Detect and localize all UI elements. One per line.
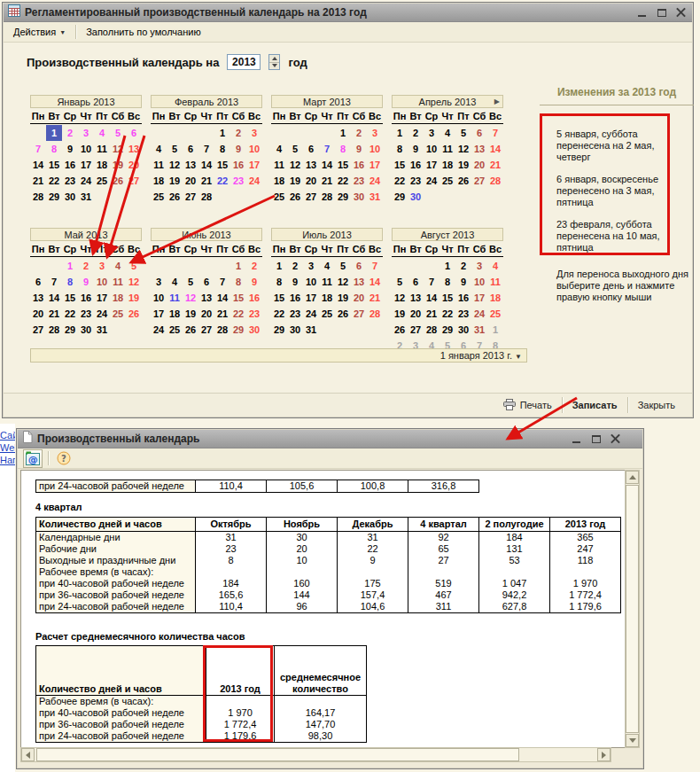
day-cell[interactable]: 31 [94, 322, 110, 338]
spin-down-icon[interactable] [269, 63, 279, 70]
next-month-icon[interactable]: ▶ [494, 97, 500, 105]
day-cell[interactable]: 30 [408, 189, 424, 205]
day-cell[interactable]: 2 [351, 125, 367, 141]
day-cell[interactable]: 7 [46, 274, 62, 290]
scroll-up-icon[interactable] [626, 471, 639, 484]
day-cell[interactable]: 21 [319, 173, 335, 189]
horizontal-scroll-thumb[interactable] [36, 748, 519, 761]
day-cell[interactable]: 18 [110, 290, 126, 306]
day-cell[interactable]: 1 [392, 125, 408, 141]
minimize-button[interactable] [635, 6, 649, 19]
day-cell[interactable]: 19 [110, 157, 126, 173]
day-cell[interactable]: 6 [30, 274, 46, 290]
day-cell[interactable]: 23 [408, 173, 424, 189]
day-cell[interactable]: 10 [94, 274, 110, 290]
date-dropdown-icon[interactable]: ▼ [515, 353, 522, 361]
day-cell[interactable]: 12 [126, 274, 142, 290]
day-cell[interactable]: 26 [183, 322, 198, 338]
day-cell[interactable]: 10 [424, 141, 439, 157]
day-cell[interactable]: 19 [287, 173, 303, 189]
day-cell[interactable]: 28 [30, 189, 46, 205]
day-cell[interactable]: 17 [471, 290, 487, 306]
actions-menu[interactable]: Действия ▼ [9, 25, 70, 39]
day-cell[interactable]: 16 [230, 157, 246, 173]
day-cell[interactable]: 7 [214, 274, 230, 290]
day-cell[interactable]: 11 [487, 274, 503, 290]
day-cell[interactable]: 22 [439, 306, 455, 322]
day-cell[interactable]: 5 [335, 258, 351, 274]
day-cell[interactable]: 1 [487, 322, 503, 338]
day-cell[interactable]: 24 [78, 173, 94, 189]
day-cell[interactable]: 22 [230, 306, 246, 322]
day-cell[interactable]: 21 [424, 306, 439, 322]
day-cell[interactable]: 3 [151, 274, 167, 290]
day-cell[interactable]: 12 [167, 157, 183, 173]
day-cell[interactable]: 8 [335, 141, 351, 157]
day-cell[interactable]: 8 [214, 141, 230, 157]
day-cell[interactable]: 15 [214, 157, 230, 173]
day-cell[interactable]: 4 [271, 141, 287, 157]
day-cell[interactable]: 31 [78, 189, 94, 205]
day-cell[interactable]: 4 [94, 125, 110, 141]
year-input[interactable]: 2013 [227, 54, 261, 70]
day-cell[interactable]: 13 [198, 290, 214, 306]
day-cell[interactable]: 19 [167, 173, 183, 189]
day-cell[interactable]: 4 [319, 258, 335, 274]
day-cell[interactable]: 17 [367, 157, 383, 173]
day-cell[interactable]: 22 [392, 173, 408, 189]
day-cell[interactable]: 26 [167, 189, 183, 205]
day-cell[interactable]: 20 [30, 306, 46, 322]
day-cell[interactable]: 24 [471, 306, 487, 322]
day-cell[interactable]: 4 [110, 258, 126, 274]
day-cell[interactable]: 17 [424, 157, 439, 173]
day-cell[interactable]: 28 [214, 322, 230, 338]
vertical-scroll-thumb[interactable] [626, 485, 639, 733]
day-cell[interactable]: 6 [183, 141, 198, 157]
day-cell[interactable]: 5 [455, 125, 471, 141]
day-cell[interactable]: 5 [110, 125, 126, 141]
day-cell[interactable]: 28 [198, 189, 214, 205]
day-cell[interactable]: 4 [439, 125, 455, 141]
day-cell[interactable]: 20 [126, 157, 142, 173]
day-cell[interactable]: 24 [424, 173, 439, 189]
day-cell[interactable]: 31 [471, 322, 487, 338]
day-cell[interactable]: 13 [351, 274, 367, 290]
day-cell[interactable]: 3 [78, 125, 94, 141]
day-cell[interactable]: 6 [126, 125, 142, 141]
day-cell[interactable]: 25 [487, 306, 503, 322]
day-cell[interactable]: 7 [198, 141, 214, 157]
day-cell[interactable]: 1 [335, 125, 351, 141]
day-cell[interactable]: 29 [335, 189, 351, 205]
day-cell[interactable]: 6 [471, 125, 487, 141]
day-cell[interactable]: 3 [424, 125, 439, 141]
day-cell[interactable]: 8 [392, 141, 408, 157]
day-cell[interactable]: 12 [287, 157, 303, 173]
fill-default-button[interactable]: Заполнить по умолчанию [82, 25, 206, 39]
day-cell[interactable]: 5 [167, 141, 183, 157]
day-cell[interactable]: 14 [214, 290, 230, 306]
day-cell[interactable]: 19 [183, 306, 198, 322]
day-cell[interactable]: 14 [424, 290, 439, 306]
scroll-right-icon[interactable] [597, 748, 611, 761]
day-cell[interactable]: 14 [30, 157, 46, 173]
day-cell[interactable]: 29 [439, 322, 455, 338]
day-cell[interactable]: 8 [62, 274, 78, 290]
day-cell[interactable]: 8 [46, 141, 62, 157]
day-cell[interactable]: 31 [303, 322, 319, 338]
day-cell[interactable]: 16 [246, 290, 262, 306]
day-cell[interactable]: 17 [94, 290, 110, 306]
day-cell[interactable]: 12 [392, 290, 408, 306]
day-cell[interactable]: 23 [351, 173, 367, 189]
day-cell[interactable]: 8 [439, 274, 455, 290]
close-window-button[interactable]: Закрыть [628, 396, 685, 414]
background-link[interactable]: Wel [0, 441, 15, 454]
day-cell[interactable]: 26 [392, 322, 408, 338]
day-cell[interactable]: 27 [126, 173, 142, 189]
day-cell[interactable]: 21 [30, 173, 46, 189]
day-cell[interactable]: 25 [151, 189, 167, 205]
day-cell[interactable]: 7 [424, 274, 439, 290]
day-cell[interactable]: 12 [335, 274, 351, 290]
day-cell[interactable]: 1 [46, 125, 62, 141]
day-cell[interactable]: 16 [287, 290, 303, 306]
horizontal-scrollbar[interactable] [20, 747, 611, 762]
